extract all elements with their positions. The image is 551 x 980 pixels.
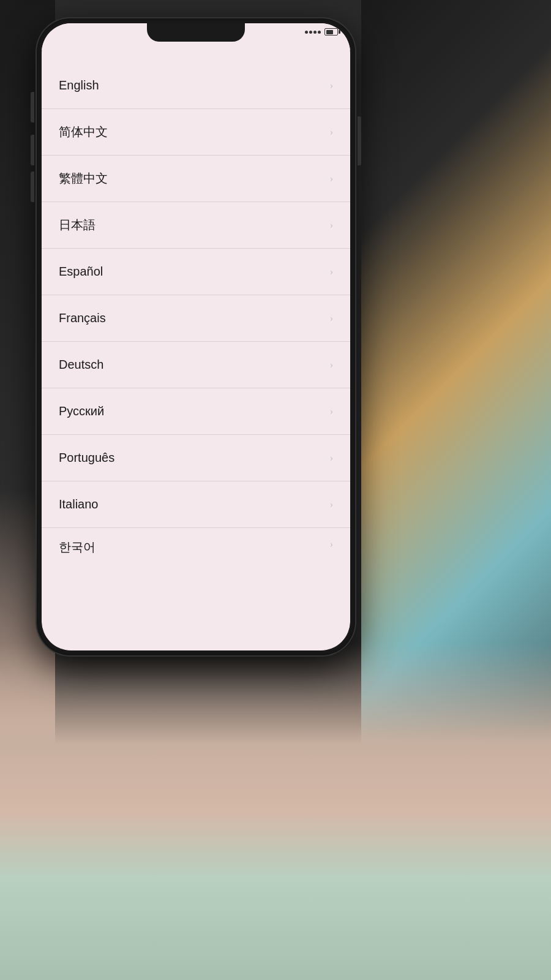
signal-dot-2 — [309, 31, 312, 34]
language-label-japanese: 日本語 — [59, 217, 96, 233]
chevron-icon-spanish: › — [330, 266, 333, 277]
phone-screen: English › 简体中文 › 繁體中文 › 日本語 › Español — [42, 23, 350, 650]
language-item-traditional-chinese[interactable]: 繁體中文 › — [42, 156, 350, 202]
chevron-icon-german: › — [330, 360, 333, 371]
language-item-portuguese[interactable]: Português › — [42, 435, 350, 481]
chevron-icon-english: › — [330, 80, 333, 91]
phone-wrapper: English › 简体中文 › 繁體中文 › 日本語 › Español — [37, 18, 355, 655]
language-item-german[interactable]: Deutsch › — [42, 342, 350, 388]
signal-dots — [305, 31, 321, 34]
background-bottom — [0, 643, 551, 980]
language-label-korean: 한국어 — [59, 539, 96, 556]
battery-fill — [326, 30, 334, 34]
chevron-icon-simplified-chinese: › — [330, 127, 333, 138]
language-label-english: English — [59, 78, 99, 92]
language-label-portuguese: Português — [59, 451, 114, 465]
signal-dot-1 — [305, 31, 308, 34]
signal-dot-3 — [313, 31, 317, 34]
chevron-icon-korean: › — [330, 539, 333, 550]
status-bar — [305, 28, 338, 36]
language-label-french: Français — [59, 311, 106, 325]
phone-outer: English › 简体中文 › 繁體中文 › 日本語 › Español — [37, 18, 355, 655]
notch — [147, 23, 245, 42]
chevron-icon-russian: › — [330, 406, 333, 417]
language-label-russian: Русский — [59, 404, 104, 418]
language-label-traditional-chinese: 繁體中文 — [59, 170, 108, 187]
chevron-icon-portuguese: › — [330, 453, 333, 464]
language-item-korean[interactable]: 한국어 › — [42, 528, 350, 559]
signal-dot-4 — [318, 31, 321, 34]
chevron-icon-traditional-chinese: › — [330, 173, 333, 184]
language-item-russian[interactable]: Русский › — [42, 388, 350, 435]
language-item-spanish[interactable]: Español › — [42, 249, 350, 295]
battery-icon — [324, 28, 338, 36]
notch-area — [42, 23, 350, 50]
language-label-spanish: Español — [59, 265, 103, 279]
language-label-german: Deutsch — [59, 358, 103, 372]
language-item-french[interactable]: Français › — [42, 295, 350, 342]
language-item-italian[interactable]: Italiano › — [42, 481, 350, 528]
language-item-japanese[interactable]: 日本語 › — [42, 202, 350, 249]
chevron-icon-japanese: › — [330, 220, 333, 231]
language-item-english[interactable]: English › — [42, 62, 350, 109]
language-label-italian: Italiano — [59, 497, 99, 511]
language-label-simplified-chinese: 简体中文 — [59, 124, 108, 140]
language-list: English › 简体中文 › 繁體中文 › 日本語 › Español — [42, 50, 350, 650]
language-item-simplified-chinese[interactable]: 简体中文 › — [42, 109, 350, 156]
chevron-icon-italian: › — [330, 499, 333, 510]
chevron-icon-french: › — [330, 313, 333, 324]
